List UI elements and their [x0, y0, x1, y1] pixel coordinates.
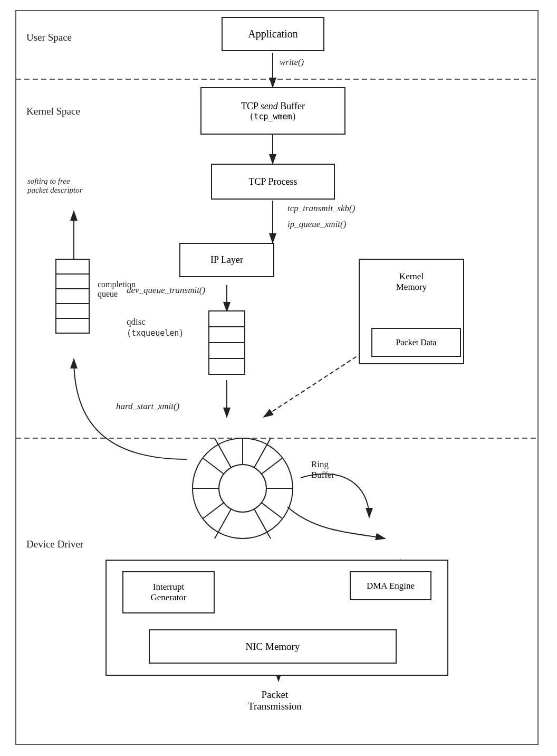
device-driver-box: InterruptGenerator DMA Engine NIC Memory — [105, 560, 448, 676]
hard-start-xmit-label: hard_start_xmit() — [116, 401, 179, 412]
kernel-space-label: Kernel Space — [26, 106, 80, 117]
completion-queue-visual — [55, 259, 92, 333]
ip-layer-box: IP Layer — [179, 243, 274, 277]
diagram: User Space Kernel Space Device Driver Ap… — [0, 0, 557, 756]
tcp-send-buffer-box: TCP send Buffer (tcp_wmem) — [200, 87, 345, 135]
qdisc-queue — [203, 310, 251, 379]
interrupt-generator-box: InterruptGenerator — [122, 571, 215, 613]
dev-queue-transmit-label: dev_queue_transmit() — [127, 285, 205, 296]
ring-buffer-label: RingBuffer — [311, 459, 334, 480]
tcp-process-box: TCP Process — [211, 164, 335, 200]
ring-buffer-svg — [185, 433, 301, 544]
user-space-label: User Space — [26, 32, 72, 43]
packet-transmission-label: PacketTransmission — [248, 689, 302, 712]
nic-memory-box: NIC Memory — [149, 629, 397, 664]
device-driver-label: Device Driver — [26, 538, 83, 550]
ip-queue-xmit-label: ip_queue_xmit() — [287, 219, 346, 230]
write-label: write() — [280, 57, 304, 68]
completion-queue-label: completionqueue — [98, 280, 136, 299]
qdisc-label: qdisc — [127, 317, 146, 327]
packet-data-box: Packet Data — [371, 328, 461, 357]
tcp-transmit-label: tcp_transmit_skb() — [287, 203, 355, 214]
svg-point-26 — [219, 465, 266, 512]
softirq-label: softirq to freepacket descriptor — [27, 177, 109, 195]
txqueuelen-label: (txqueuelen) — [127, 328, 184, 338]
dma-engine-box: DMA Engine — [350, 571, 431, 600]
kernel-memory-box: KernelMemory Packet Data — [359, 259, 464, 364]
application-box: Application — [222, 17, 324, 51]
